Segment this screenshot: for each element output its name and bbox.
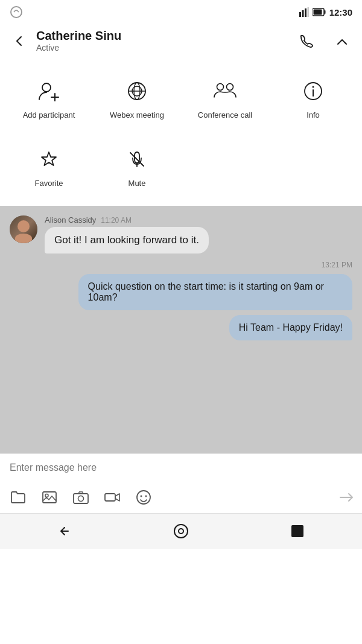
svg-point-31	[179, 529, 183, 534]
actions-row2: Favorite Mute	[0, 138, 362, 206]
nav-bar	[0, 513, 362, 549]
status-app-icon	[10, 5, 23, 19]
header: Catherine Sinu Active	[0, 24, 362, 60]
svg-point-23	[45, 494, 48, 497]
empty-action-4	[269, 138, 357, 196]
svg-point-19	[313, 86, 314, 88]
contact-name: Catherine Sinu	[36, 29, 121, 43]
svg-point-25	[78, 496, 84, 501]
collapse-button[interactable]	[332, 31, 352, 51]
add-participant-label: Add participant	[23, 110, 75, 121]
nav-square-button[interactable]	[285, 519, 310, 543]
svg-point-8	[42, 83, 51, 92]
svg-point-16	[227, 84, 233, 91]
message-content: Alison Cassidy 11:20 AM Got it! I am loo…	[45, 215, 352, 253]
action-conference-call[interactable]: Conference call	[181, 69, 269, 128]
svg-rect-32	[292, 526, 303, 537]
svg-rect-7	[313, 10, 322, 15]
mute-label: Mute	[129, 179, 146, 189]
svg-rect-6	[324, 10, 325, 14]
svg-rect-24	[74, 494, 88, 503]
sender-name: Alison Cassidy	[45, 215, 96, 225]
favorite-label: Favorite	[35, 179, 63, 189]
call-button[interactable]	[297, 31, 317, 51]
svg-point-29	[145, 495, 147, 497]
svg-point-30	[174, 524, 188, 538]
status-right: 12:30	[299, 7, 352, 18]
image-button[interactable]	[39, 486, 60, 508]
emoji-button[interactable]	[133, 486, 154, 508]
back-button[interactable]	[10, 31, 29, 51]
signal-icon	[299, 7, 309, 17]
webex-meeting-icon	[122, 77, 151, 106]
svg-rect-22	[43, 492, 56, 503]
message-meta: Alison Cassidy 11:20 AM	[45, 215, 352, 225]
avatar	[10, 215, 37, 243]
svg-rect-4	[307, 7, 309, 17]
conference-call-label: Conference call	[198, 110, 252, 121]
sent-time: 13:21 PM	[322, 261, 352, 269]
info-icon	[299, 77, 328, 106]
add-participant-icon	[34, 77, 63, 106]
svg-point-0	[11, 7, 22, 18]
svg-rect-2	[302, 10, 303, 17]
status-bar: 12:30	[0, 0, 362, 24]
conference-call-icon	[211, 77, 240, 106]
camera-button[interactable]	[70, 486, 92, 508]
svg-point-28	[141, 495, 142, 497]
folder-button[interactable]	[7, 486, 29, 508]
bubble-sent-1: Quick question on the start time: is it …	[78, 274, 352, 310]
action-add-participant[interactable]: Add participant	[5, 69, 93, 128]
video-button[interactable]	[101, 486, 123, 508]
toolbar	[0, 482, 362, 513]
action-info[interactable]: Info	[269, 69, 357, 128]
bubble-sent-2: Hi Team - Happy Friday!	[229, 315, 352, 340]
contact-status: Active	[36, 43, 121, 53]
action-favorite[interactable]: Favorite	[5, 138, 93, 196]
nav-back-button[interactable]	[52, 519, 77, 543]
sent-message-group: 13:21 PM Quick question on the start tim…	[10, 261, 352, 340]
action-mute[interactable]: Mute	[93, 138, 181, 196]
mute-icon	[122, 145, 151, 174]
empty-action-3	[181, 138, 269, 196]
favorite-icon	[34, 145, 63, 174]
svg-rect-3	[305, 8, 306, 17]
bubble-received: Got it! I am looking forward to it.	[45, 227, 209, 253]
send-button[interactable]	[338, 489, 355, 506]
actions-row1: Add participant Webex meeting Conference…	[0, 60, 362, 138]
svg-point-15	[217, 84, 224, 91]
action-webex-meeting[interactable]: Webex meeting	[93, 69, 181, 128]
contact-info: Catherine Sinu Active	[36, 29, 121, 53]
header-left: Catherine Sinu Active	[10, 29, 121, 53]
message-input[interactable]	[0, 454, 362, 482]
nav-home-button[interactable]	[168, 518, 194, 544]
battery-icon	[313, 8, 326, 16]
chat-area: Alison Cassidy 11:20 AM Got it! I am loo…	[0, 206, 362, 453]
svg-rect-26	[105, 494, 115, 501]
webex-meeting-label: Webex meeting	[110, 110, 164, 121]
received-time: 11:20 AM	[101, 216, 132, 225]
received-message-group: Alison Cassidy 11:20 AM Got it! I am loo…	[10, 215, 352, 253]
message-received: Alison Cassidy 11:20 AM Got it! I am loo…	[10, 215, 352, 253]
status-time: 12:30	[329, 7, 352, 18]
info-label: Info	[306, 110, 320, 121]
input-area	[0, 453, 362, 513]
svg-rect-1	[299, 12, 301, 17]
header-right	[297, 31, 352, 51]
